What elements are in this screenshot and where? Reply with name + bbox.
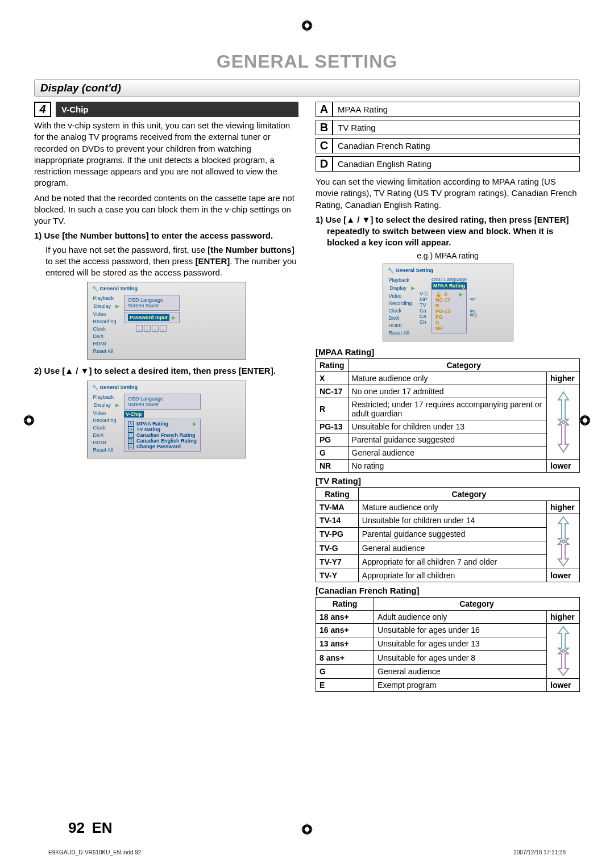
footer: 92 EN xyxy=(68,819,546,837)
substep-1: 1) Use [the Number buttons] to enter the… xyxy=(34,230,298,241)
svg-point-3 xyxy=(305,23,309,28)
double-arrow-icon xyxy=(556,516,571,567)
txt: to set the access password, then press xyxy=(45,256,195,266)
step-number: 4 xyxy=(34,102,51,117)
step-4-header: 4 V-Chip xyxy=(34,102,298,117)
osd-left-menu: Playback Display ▶ Video Recording Clock… xyxy=(92,295,122,354)
osd-password: 🔧 General Setting Playback Display ▶ Vid… xyxy=(87,282,246,360)
mpaa-title: [MPAA Rating] xyxy=(316,347,580,357)
print-date: 2007/12/18 17:11:28 xyxy=(513,849,566,856)
left-column: 4 V-Chip With the v-chip system in this … xyxy=(34,102,298,694)
vchip-intro-2: And be noted that the recorded contents … xyxy=(34,193,298,227)
txt: [ENTER] xyxy=(195,256,230,266)
file-name: E9KGAUD_D-VR610KU_EN.indd 92 xyxy=(48,849,141,856)
vchip-intro-1: With the v-chip system in this unit, you… xyxy=(34,120,298,189)
registration-mark-top xyxy=(301,19,313,32)
txt: If you have not set the password, first,… xyxy=(45,245,208,254)
page-title: GENERAL SETTING xyxy=(34,51,580,72)
footer-meta: E9KGAUD_D-VR610KU_EN.indd 92 2007/12/18 … xyxy=(48,849,566,856)
tv-title: [TV Rating] xyxy=(316,476,580,486)
double-arrow-icon xyxy=(556,625,571,677)
tv-table: RatingCategory TV-MAMature audience only… xyxy=(316,487,580,582)
step-label: V-Chip xyxy=(56,102,298,117)
option-list: AMPAA Rating BTV Rating CCanadian French… xyxy=(316,102,580,172)
double-arrow-icon xyxy=(556,391,571,453)
page-number: 92 xyxy=(68,819,85,836)
substep-1-body: If you have not set the password, first,… xyxy=(34,244,298,279)
section-bar: Display (cont'd) xyxy=(34,79,580,97)
cfr-table: RatingCategory 18 ans+Adult audience onl… xyxy=(316,597,580,692)
cfr-title: [Canadian French Rating] xyxy=(316,586,580,595)
option-c: CCanadian French Rating xyxy=(316,138,580,153)
option-a: AMPAA Rating xyxy=(316,102,580,117)
right-column: AMPAA Rating BTV Rating CCanadian French… xyxy=(316,102,580,694)
option-b: BTV Rating xyxy=(316,120,580,135)
registration-mark-left xyxy=(23,414,35,427)
page-lang: EN xyxy=(92,819,112,836)
option-d: DCanadian English Rating xyxy=(316,156,580,172)
osd-vchip: 🔧 General Setting Playback Display ▶ Vid… xyxy=(87,381,246,458)
mpaa-table: RatingCategory XMature audience onlyhigh… xyxy=(316,358,580,473)
svg-point-7 xyxy=(27,418,31,423)
osd-mpaa: 🔧 General Setting Playback Display ▶ Vid… xyxy=(383,264,513,341)
example-label: e.g.) MPAA rating xyxy=(316,251,580,260)
svg-point-11 xyxy=(583,418,587,423)
right-step: 1) Use [▲ / ▼] to select the desired rat… xyxy=(316,214,580,249)
osd-window-title: 🔧 General Setting xyxy=(90,285,243,293)
right-intro: You can set the viewing limitation accor… xyxy=(316,176,580,211)
txt: [the Number buttons] xyxy=(208,245,294,254)
registration-mark-right xyxy=(579,414,591,427)
substep-2: 2) Use [▲ / ▼] to select a desired item,… xyxy=(34,365,298,377)
